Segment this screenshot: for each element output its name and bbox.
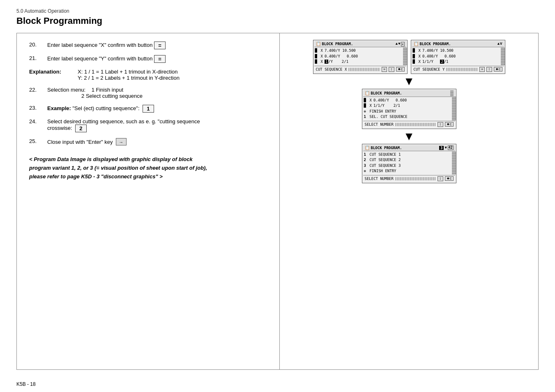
screen4-scrollbar xyxy=(452,152,456,175)
screen4-header-left: 📋 BLOCK PROGRAM. xyxy=(365,145,402,150)
screen2-footer-btn2: ↕ xyxy=(486,67,492,72)
screen1-row1: █ X 7.400/Y 10.500 xyxy=(315,48,401,54)
screen4-body: 1 CUT SEQUENCE 1 2 CUT SEQUENCE 2 3 CUT … xyxy=(363,151,455,175)
screen3-footer-btn1: ↕ xyxy=(438,122,443,127)
step-24-text: Select desired cutting sequence, such as… xyxy=(47,118,267,132)
screen3-icon: 📋 xyxy=(365,91,370,96)
screen4-header: 📋 BLOCK PROGRAM. 3 ▼ 42 xyxy=(363,145,455,151)
s3row2-val: 1/1/Y 2/1 xyxy=(373,103,400,109)
s4row1-val: CUT SEQUENCE 1 xyxy=(370,152,401,158)
screen1-body: █ X 7.400/Y 10.500 █ X 0.400/Y 0.600 █ X xyxy=(314,47,406,66)
screen1-footer: CUT SEQUENCE X = ↕ ⯁C xyxy=(314,66,406,73)
screen4-icon: 📋 xyxy=(365,145,370,150)
s2row2-icon: █ xyxy=(413,54,418,60)
screen3-footer-label: SELECT NUMBER xyxy=(365,122,394,127)
right-panel: 📋 BLOCK PROGRAM. ▲ ▼ ✕ █ X xyxy=(280,33,538,369)
step-24-row: 24. Select desired cutting sequence, suc… xyxy=(29,118,267,132)
screen2-header: 📋 BLOCK PROGRAM. ▲ V xyxy=(412,41,504,47)
screen4-badge-area: 3 ▼ 42 xyxy=(439,145,453,150)
screen4-footer: SELECT NUMBER ↕ ⯁C xyxy=(363,175,455,182)
screen-sel-cut-sequence: 📋 BLOCK PROGRAM. █ X 0.400/Y 0.600 xyxy=(362,89,456,129)
screen1-scrollbar xyxy=(403,48,407,65)
screen1-icon: 📋 xyxy=(316,42,321,46)
top-screens-row: 📋 BLOCK PROGRAM. ▲ ▼ ✕ █ X xyxy=(284,40,534,74)
explanation-block: Explanation: X: 1 / 1 = 1 Label + 1 trim… xyxy=(29,69,267,81)
row2-label: X xyxy=(321,54,323,60)
screen4-footer-label: SELECT NUMBER xyxy=(365,177,394,181)
screen4-num-icon: 42 xyxy=(448,145,454,150)
s4row3-val: CUT SEQUENCE 3 xyxy=(370,163,401,169)
s3row3-icon: ⊕ xyxy=(364,109,369,115)
step-21-button: = xyxy=(154,55,166,63)
screen2-header-left: 📋 BLOCK PROGRAM. xyxy=(414,42,451,46)
screen4-row4: ⊕ FINISH ENTRY xyxy=(364,168,449,174)
explanation-text: X: 1 / 1 = 1 Label + 1 trimout in X-dire… xyxy=(78,69,180,81)
s2row3-icon: █ xyxy=(413,59,418,65)
step-23-row: 23. Example: "Sel (ect) cutting sequence… xyxy=(29,105,267,113)
screen1-header: 📋 BLOCK PROGRAM. ▲ ▼ ✕ xyxy=(314,41,406,47)
screen2-scrollbar xyxy=(501,48,505,65)
step-24-button: 2 xyxy=(75,125,87,132)
s4row4-icon: ⊕ xyxy=(364,168,369,174)
screen3-title: BLOCK PROGRAM. xyxy=(371,91,402,95)
screen3-footer-bar xyxy=(395,123,436,126)
screen3-header-left: 📋 BLOCK PROGRAM. xyxy=(365,91,402,96)
step-24-num: 24. xyxy=(29,118,44,125)
screen1-up-icon: ▲ xyxy=(396,42,398,46)
screen1-footer-btn3: ⯁C xyxy=(396,67,405,71)
row1-label: X xyxy=(321,48,323,54)
main-content: 20. Enter label sequence "X" confirm wit… xyxy=(16,33,539,370)
program-note: < Program Data Image is displayed with g… xyxy=(29,155,267,181)
step-20-num: 20. xyxy=(29,42,44,48)
row2-val: 0.400/Y 0.600 xyxy=(325,54,358,60)
screen3-row: 📋 BLOCK PROGRAM. █ X 0.400/Y 0.600 xyxy=(284,89,534,129)
step-22-row: 22. Selection menu: 1 Finish input 2 Sel… xyxy=(29,87,267,99)
screen2-row2: █ X 0.400/Y 0.600 xyxy=(413,54,498,60)
s3row3-val: FINISH ENTRY xyxy=(370,109,396,115)
s4row2-num: 2 xyxy=(364,157,369,163)
screen1-row3: █ X 1/Y 2/1 xyxy=(315,59,401,65)
arrow-down-1: ▼ xyxy=(403,76,415,87)
s3row2-label: X xyxy=(370,103,372,109)
s4row1-num: 1 xyxy=(364,152,369,158)
s2row1-icon: █ xyxy=(413,48,418,54)
screen1-down-icon: ▼ xyxy=(398,42,400,46)
step-25-text: Close input with "Enter" key → xyxy=(47,138,267,145)
screen1-row2: █ X 0.400/Y 0.600 xyxy=(315,54,401,60)
screen2-v-icon: V xyxy=(500,42,502,46)
screen1-footer-bar xyxy=(348,68,380,71)
step-21-row: 21. Enter label sequence "Y" confirm wit… xyxy=(29,55,267,63)
s2row3-val: 1/1/Y 2/1 xyxy=(422,59,449,65)
screen4-footer-btn2: ⯁C xyxy=(445,176,454,181)
step-23-button: 1 xyxy=(143,105,154,113)
row2-icon: █ xyxy=(315,54,320,60)
step-22-text: Selection menu: 1 Finish input 2 Select … xyxy=(47,87,267,99)
step-25-row: 25. Close input with "Enter" key → xyxy=(29,138,267,145)
step-20-row: 20. Enter label sequence "X" confirm wit… xyxy=(29,42,267,49)
left-panel: 20. Enter label sequence "X" confirm wit… xyxy=(17,33,280,369)
screen1-footer-btn1: = xyxy=(382,67,387,72)
row1-icon: █ xyxy=(315,48,320,54)
screen2-footer-btn3: ⯁C xyxy=(494,67,502,71)
screen3-row1: █ X 0.400/Y 0.600 xyxy=(364,98,449,104)
screen1-footer-btn2: ↕ xyxy=(389,67,394,72)
page-title: Block Programming xyxy=(16,16,539,26)
page: 5.0 Automatic Operation Block Programmin… xyxy=(0,0,555,392)
enter-key-button: → xyxy=(116,138,127,145)
s2row3-highlight: 2 xyxy=(440,60,444,64)
screen1-header-left: 📋 BLOCK PROGRAM. xyxy=(316,42,353,46)
s2row2-val: 0.400/Y 0.600 xyxy=(422,54,456,60)
arrow-down-2: ▼ xyxy=(403,131,415,142)
screen4-row: 📋 BLOCK PROGRAM. 3 ▼ 42 1 CUT SEQUENCE 1 xyxy=(284,144,534,183)
screen4-footer-bar xyxy=(395,177,436,180)
screen-cut-sequences-list: 📋 BLOCK PROGRAM. 3 ▼ 42 1 CUT SEQUENCE 1 xyxy=(362,144,456,183)
s2row2-label: X xyxy=(419,54,421,60)
screen2-row1: █ X 7.400/Y 10.500 xyxy=(413,48,498,54)
step-22-num: 22. xyxy=(29,87,44,93)
screen3-row3: ⊕ FINISH ENTRY xyxy=(364,109,449,115)
screen2-up-icon: ▲ xyxy=(497,42,500,46)
screen2-icon: 📋 xyxy=(414,42,419,46)
screen-cut-sequence-x: 📋 BLOCK PROGRAM. ▲ ▼ ✕ █ X xyxy=(313,40,408,74)
screen3-scrollbar xyxy=(452,97,456,120)
s2row1-val: 7.400/Y 10.500 xyxy=(422,48,454,54)
